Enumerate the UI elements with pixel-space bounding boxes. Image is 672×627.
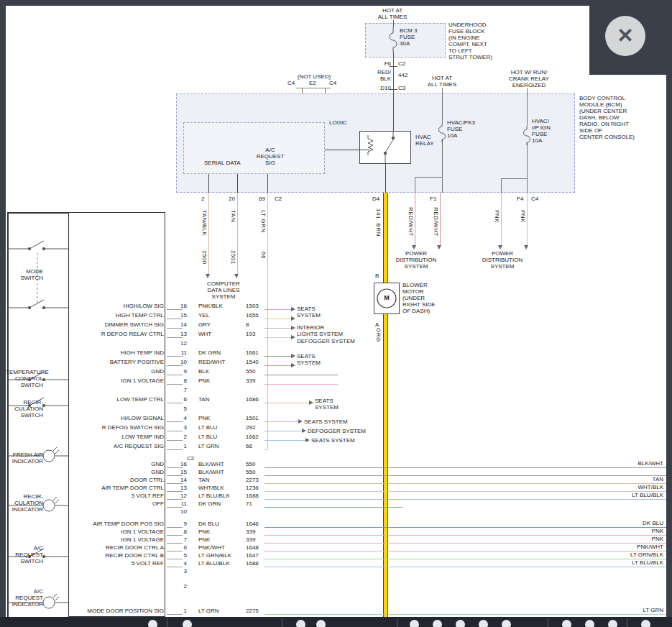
record-icon[interactable] bbox=[433, 620, 442, 627]
pin-number: 5 bbox=[177, 406, 187, 412]
mail-icon[interactable] bbox=[641, 620, 650, 627]
play-icon[interactable] bbox=[502, 620, 511, 627]
chart-icon[interactable] bbox=[585, 620, 594, 627]
wire-row-line bbox=[264, 309, 291, 310]
toolbar-separator bbox=[282, 618, 282, 627]
signal-label: AIR TEMP DOOR POS SIG bbox=[78, 521, 164, 527]
circuit-number: 1540 bbox=[246, 359, 259, 365]
wire-color-label-right: LT BLU/BLK bbox=[592, 492, 663, 498]
layers-icon[interactable] bbox=[316, 620, 326, 627]
wire-row-stub bbox=[167, 337, 183, 338]
arrow-right-icon bbox=[305, 438, 310, 442]
wire-row-stub bbox=[167, 491, 183, 492]
wire-color-label-right: WHT/BLK bbox=[592, 484, 663, 490]
pin-number: 11 bbox=[177, 500, 187, 507]
signal-label: A/C REQUEST SIG bbox=[78, 443, 164, 449]
pin-number: 4 bbox=[177, 415, 187, 421]
wire-color-label: PNK bbox=[198, 377, 210, 384]
users-icon[interactable] bbox=[296, 620, 305, 627]
pin-number: 2 bbox=[177, 583, 187, 590]
signal-label: HIGH/LOW SIG bbox=[78, 303, 164, 309]
wire-row-stub bbox=[167, 475, 183, 476]
pin-number: 12 bbox=[177, 340, 187, 347]
circuit-number: 550 bbox=[246, 368, 255, 375]
wire-color-label: DK GRN bbox=[198, 349, 221, 356]
wire-row-stub bbox=[167, 328, 183, 329]
pin-number: 9 bbox=[177, 368, 187, 375]
wire-row-line bbox=[264, 499, 666, 500]
system-ref-label: SEATS SYSTEM bbox=[297, 353, 321, 366]
signal-label: DIMMER SWITCH SIG bbox=[78, 321, 164, 328]
circuit-number: 2273 bbox=[246, 477, 259, 483]
wire-row-stub bbox=[167, 384, 183, 385]
signal-label: BATTERY POSITIVE bbox=[78, 359, 164, 365]
wire-row-line bbox=[264, 356, 291, 357]
circuit-number: 1648 bbox=[246, 544, 259, 551]
signal-label: RECIR DOOR CTRL A bbox=[78, 544, 164, 551]
pin-number: 10 bbox=[177, 508, 187, 515]
pause-icon[interactable] bbox=[479, 620, 488, 627]
corner-overlay: ✕ bbox=[589, 6, 666, 75]
circuit-number: 1236 bbox=[246, 485, 259, 491]
wire-row-stub bbox=[167, 403, 183, 403]
arrow-right-icon bbox=[302, 429, 306, 433]
wire-row-stub bbox=[167, 551, 183, 552]
pin-number: 8 bbox=[177, 528, 187, 535]
circuit-number: 550 bbox=[246, 461, 255, 467]
pin-number: 4 bbox=[177, 560, 187, 567]
wire-color-label: YEL bbox=[198, 312, 209, 319]
signal-label: IGN 1 VOLTAGE bbox=[78, 377, 164, 384]
wire-row-line bbox=[264, 365, 291, 366]
toolbar-separator bbox=[167, 618, 167, 627]
wire-color-label: LT BLU bbox=[198, 434, 217, 440]
wire-color-label: BLK bbox=[198, 368, 209, 375]
pin-number: 8 bbox=[177, 377, 187, 384]
wire-color-label: PNK/BLK bbox=[198, 303, 223, 309]
wire-row-stub bbox=[167, 440, 183, 441]
pin-number: 12 bbox=[177, 493, 187, 499]
toolbar-separator bbox=[397, 618, 397, 627]
pin-number: 6 bbox=[177, 396, 187, 403]
wire-color-label: PNK bbox=[198, 536, 210, 543]
wire-row-line bbox=[264, 431, 302, 431]
wire-color-label-right: BLK/WHT bbox=[592, 460, 663, 467]
signal-label: 5 VOLT REF bbox=[78, 493, 164, 499]
image-icon[interactable] bbox=[562, 620, 571, 627]
settings-icon[interactable] bbox=[456, 620, 465, 627]
wire-row-stub bbox=[167, 309, 183, 310]
wiring-diagram-canvas[interactable]: HOT AT ALL TIMES BCM 3 FUSE 30A UNDERHOO… bbox=[6, 6, 666, 617]
circuit-number: 339 bbox=[246, 528, 255, 535]
circuit-number: 1646 bbox=[246, 521, 259, 527]
signal-label: AIR TEMP DOOR CTRL bbox=[78, 485, 164, 491]
wire-row-stub bbox=[167, 499, 183, 500]
pin-number: 10 bbox=[177, 359, 187, 365]
zoom-icon[interactable] bbox=[183, 620, 192, 627]
document-icon[interactable] bbox=[608, 620, 617, 627]
clock-icon[interactable] bbox=[148, 620, 157, 627]
wire-color-label: PNK bbox=[198, 528, 210, 535]
circuit-number: 66 bbox=[246, 443, 252, 449]
stop-icon[interactable] bbox=[410, 620, 419, 627]
system-ref-label: DEFOGGER SYSTEM bbox=[308, 428, 366, 434]
arrow-right-icon bbox=[291, 354, 295, 358]
wire-row-stub bbox=[167, 527, 183, 528]
system-ref-label: DEFOGGER SYSTEM bbox=[297, 338, 355, 344]
close-button[interactable]: ✕ bbox=[605, 16, 645, 56]
circuit-number: 1503 bbox=[246, 303, 259, 309]
wire-row-stub bbox=[167, 356, 183, 357]
pin-number: 3 bbox=[177, 424, 187, 431]
wire-color-label-right: PNK/WHT bbox=[592, 544, 663, 550]
circuit-number: 8 bbox=[246, 321, 249, 328]
pin-number: 7 bbox=[177, 536, 187, 543]
circuit-number: 1686 bbox=[246, 396, 259, 403]
wire-color-label: TAN bbox=[198, 396, 209, 403]
wire-color-label-right: PNK bbox=[592, 528, 663, 534]
signal-label: HIGH TEMP CTRL bbox=[78, 312, 164, 319]
pin-number: 15 bbox=[177, 312, 187, 319]
circuit-number: 339 bbox=[246, 536, 255, 543]
wire-color-label: LT GRN bbox=[198, 443, 219, 449]
system-ref-label: INTERIOR LIGHTS SYSTEM bbox=[297, 324, 343, 337]
pin-number: 5 bbox=[177, 552, 187, 559]
signal-label: IGN 1 VOLTAGE bbox=[78, 528, 164, 535]
pin-number: 11 bbox=[177, 349, 187, 356]
